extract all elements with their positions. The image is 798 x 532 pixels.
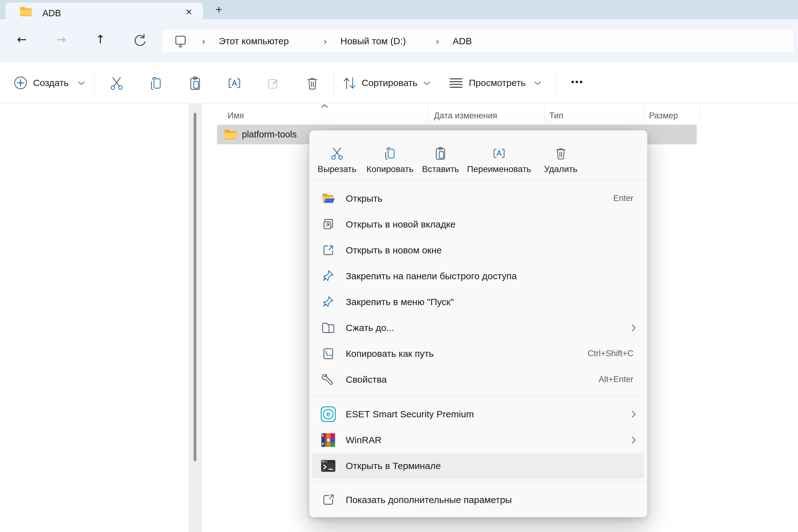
menu-item-show-more-options[interactable]: Показать дополнительные параметры — [309, 487, 647, 513]
sort-arrows-icon — [342, 76, 357, 90]
column-header-type[interactable]: Тип — [549, 106, 563, 125]
paste-icon — [406, 144, 475, 163]
chevron-down-icon — [534, 80, 542, 86]
open-new-window-icon — [321, 243, 336, 258]
new-button-label: Создать — [33, 62, 69, 103]
menu-item-properties[interactable]: Свойства Alt+Enter — [309, 366, 647, 392]
file-name: platform-tools — [242, 125, 297, 144]
sort-ascending-icon — [320, 103, 329, 109]
quick-paste-button[interactable]: Вставить — [406, 144, 475, 174]
delete-button[interactable] — [305, 76, 320, 92]
open-folder-icon — [321, 191, 336, 206]
rename-icon — [465, 144, 533, 163]
sort-button-label: Сортировать — [362, 62, 417, 103]
view-button-label: Просмотреть — [469, 62, 526, 103]
column-divider[interactable] — [428, 106, 429, 122]
column-header-size[interactable]: Размер — [649, 106, 678, 125]
toolbar-divider — [334, 72, 334, 94]
address-bar[interactable]: › Этот компьютер › Новый том (D:) › ADB — [162, 30, 794, 52]
pin-icon — [321, 269, 336, 284]
back-icon[interactable]: ← — [13, 31, 31, 49]
column-header-name[interactable]: Имя — [228, 106, 244, 125]
properties-wrench-icon — [321, 372, 336, 387]
folder-icon — [224, 129, 238, 140]
breadcrumb-separator: › — [324, 30, 327, 52]
navigation-bar: ← → ↑ › Этот компьютер › Новый том (D:) … — [0, 19, 798, 63]
tab-adb[interactable]: ADB ✕ — [6, 2, 203, 19]
plus-circle-icon — [14, 76, 27, 90]
column-divider[interactable] — [544, 106, 545, 122]
share-button[interactable] — [266, 76, 281, 92]
context-menu: Вырезать Копировать Вставить — [309, 130, 647, 517]
copy-button[interactable] — [148, 76, 163, 92]
eset-icon: e — [321, 407, 336, 422]
menu-item-pin-start[interactable]: Закрепить в меню "Пуск" — [309, 289, 647, 315]
terminal-icon — [321, 458, 336, 473]
chevron-down-icon — [77, 80, 86, 86]
shortcut-text: Alt+Enter — [598, 366, 633, 392]
quick-delete-button[interactable]: Удалить — [527, 144, 595, 174]
submenu-chevron-icon — [630, 323, 637, 332]
tab-bar: ADB ✕ + — [0, 0, 798, 19]
column-divider[interactable] — [644, 106, 644, 122]
forward-icon[interactable]: → — [52, 31, 71, 49]
zip-folder-icon — [321, 320, 336, 335]
shortcut-text: Ctrl+Shift+C — [588, 341, 633, 366]
pin-icon — [321, 294, 336, 309]
more-options-icon[interactable]: ••• — [565, 62, 590, 101]
breadcrumb-adb[interactable]: ADB — [453, 30, 472, 52]
menu-item-copy-as-path[interactable]: Копировать как путь Ctrl+Shift+C — [309, 341, 647, 366]
paste-button[interactable] — [188, 76, 203, 92]
folder-icon — [19, 6, 32, 16]
tab-title: ADB — [42, 8, 61, 18]
command-toolbar: Создать — [0, 62, 798, 103]
menu-item-compress-to[interactable]: Сжать до... — [309, 315, 647, 341]
open-new-tab-icon — [321, 217, 336, 232]
breadcrumb-separator: › — [436, 30, 439, 52]
toolbar-divider — [94, 72, 94, 94]
navpane-scrollbar-thumb[interactable] — [194, 113, 196, 461]
new-tab-button[interactable]: + — [211, 3, 226, 16]
submenu-chevron-icon — [630, 436, 637, 444]
this-pc-monitor-icon — [173, 34, 188, 49]
menu-item-open[interactable]: Открыть Enter — [309, 186, 647, 211]
menu-separator — [309, 481, 647, 481]
toolbar-divider — [556, 72, 556, 94]
menu-item-eset[interactable]: e ESET Smart Security Premium — [309, 401, 647, 427]
chevron-down-icon — [423, 80, 431, 86]
winrar-icon — [321, 433, 336, 448]
tab-close-icon[interactable]: ✕ — [182, 6, 196, 18]
refresh-icon[interactable] — [132, 32, 148, 49]
breadcrumb-drive-d[interactable]: Новый том (D:) — [340, 30, 406, 52]
menu-item-open-new-window[interactable]: Открыть в новом окне — [309, 237, 647, 263]
delete-icon — [527, 144, 595, 163]
menu-separator — [309, 180, 647, 180]
cut-button[interactable] — [109, 76, 124, 92]
breadcrumb-this-pc[interactable]: Этот компьютер — [219, 30, 289, 52]
show-more-options-icon — [321, 492, 336, 507]
menu-item-pin-quick-access[interactable]: Закрепить на панели быстрого доступа — [309, 263, 647, 289]
submenu-chevron-icon — [630, 410, 637, 419]
view-lines-icon — [449, 77, 463, 89]
explorer-window: ADB ✕ + ← → ↑ › Этот компьютер › Новый т… — [0, 0, 798, 532]
column-header-modified[interactable]: Дата изменения — [434, 106, 497, 125]
quick-rename-button[interactable]: Переименовать — [465, 144, 533, 174]
menu-separator — [309, 396, 647, 396]
up-icon[interactable]: ↑ — [91, 31, 110, 49]
menu-item-open-in-terminal[interactable]: Открыть в Терминале — [312, 453, 644, 479]
column-divider[interactable] — [700, 106, 700, 122]
breadcrumb-separator: › — [202, 30, 205, 52]
copy-path-icon — [321, 346, 336, 361]
shortcut-text: Enter — [613, 186, 633, 211]
rename-button[interactable] — [227, 76, 242, 92]
menu-item-open-new-tab[interactable]: Открыть в новой вкладке — [309, 211, 647, 237]
menu-item-winrar[interactable]: WinRAR — [309, 427, 647, 453]
